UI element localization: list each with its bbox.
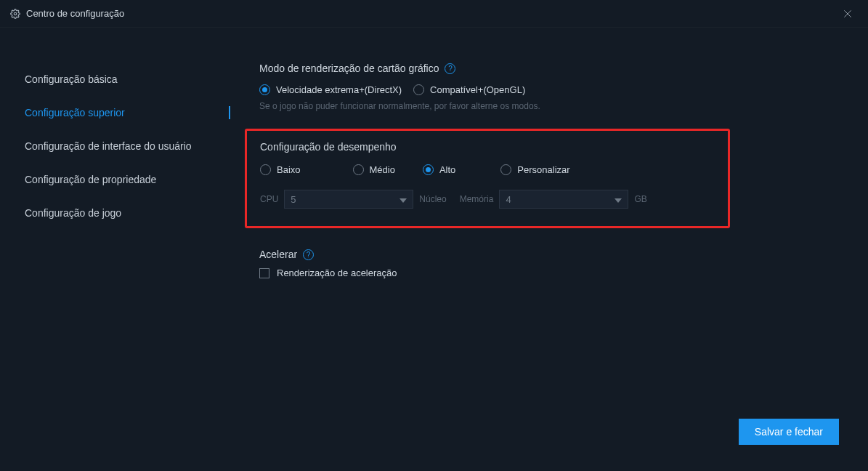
chevron-down-icon — [399, 194, 407, 205]
close-icon — [843, 9, 853, 19]
radio-icon — [500, 164, 511, 175]
radio-label: Médio — [370, 164, 395, 175]
sidebar-item-label: Configuração de propriedade — [25, 174, 156, 185]
checkbox-icon — [259, 268, 269, 278]
help-icon[interactable]: ? — [445, 63, 455, 74]
radio-high[interactable]: Alto — [423, 164, 455, 175]
performance-title: Configuração de desempenho — [260, 141, 715, 153]
radio-custom[interactable]: Personalizar — [500, 164, 569, 175]
radio-label: Alto — [439, 164, 455, 175]
sidebar-item-label: Configuração de jogo — [25, 207, 121, 219]
sidebar-item-label: Configuração de interface do usuário — [25, 140, 192, 152]
checkbox-label: Renderização de aceleração — [277, 267, 397, 278]
performance-box: Configuração de desempenho Baixo Médio A… — [245, 129, 730, 228]
window-title: Centro de configuração — [26, 8, 124, 19]
sidebar-item-property[interactable]: Configuração de propriedade — [0, 163, 236, 196]
cpu-value: 5 — [291, 194, 296, 205]
content: Modo de renderização de cartão gráfico ?… — [236, 28, 868, 471]
body-area: Configuração básica Configuração superio… — [0, 28, 868, 471]
render-mode-hint: Se o jogo não puder funcionar normalment… — [259, 101, 846, 111]
sidebar-item-label: Configuração superior — [25, 107, 125, 118]
cpu-unit: Núcleo — [419, 194, 446, 204]
help-icon[interactable]: ? — [303, 249, 314, 260]
gear-icon — [10, 9, 20, 19]
titlebar-left: Centro de configuração — [10, 8, 124, 19]
radio-label: Personalizar — [517, 164, 569, 175]
svg-point-0 — [14, 12, 17, 15]
cpu-dropdown[interactable]: 5 — [284, 190, 413, 209]
memory-label: Memória — [460, 194, 494, 204]
radio-icon — [353, 164, 364, 175]
radio-icon — [423, 164, 434, 175]
accelerate-checkbox[interactable]: Renderização de aceleração — [259, 267, 846, 278]
radio-icon — [413, 84, 424, 95]
render-mode-options: Velocidade extrema+(DirectX) Compatível+… — [259, 84, 846, 95]
radio-icon — [260, 164, 271, 175]
sidebar-item-game[interactable]: Configuração de jogo — [0, 196, 236, 230]
memory-dropdown[interactable]: 4 — [499, 190, 628, 209]
radio-label: Baixo — [277, 164, 301, 175]
radio-medium[interactable]: Médio — [353, 164, 395, 175]
accelerate-title: Acelerar — [259, 249, 297, 260]
sidebar-item-label: Configuração básica — [25, 73, 118, 85]
save-close-button[interactable]: Salvar e fechar — [739, 419, 839, 445]
radio-label: Compatível+(OpenGL) — [430, 84, 525, 95]
sidebar: Configuração básica Configuração superio… — [0, 28, 236, 471]
performance-options: Baixo Médio Alto Personalizar — [260, 164, 715, 175]
radio-directx[interactable]: Velocidade extrema+(DirectX) — [259, 84, 402, 95]
memory-unit: GB — [634, 194, 646, 204]
cpu-label: CPU — [260, 194, 278, 204]
render-mode-title: Modo de renderização de cartão gráfico — [259, 63, 439, 74]
radio-opengl[interactable]: Compatível+(OpenGL) — [413, 84, 525, 95]
radio-icon — [259, 84, 270, 95]
chevron-down-icon — [615, 194, 622, 205]
sidebar-item-interface[interactable]: Configuração de interface do usuário — [0, 129, 236, 163]
radio-low[interactable]: Baixo — [260, 164, 301, 175]
resources-row: CPU 5 Núcleo Memória 4 GB — [260, 190, 715, 209]
sidebar-item-basic[interactable]: Configuração básica — [0, 63, 236, 96]
radio-label: Velocidade extrema+(DirectX) — [276, 84, 402, 95]
render-mode-title-row: Modo de renderização de cartão gráfico ? — [259, 63, 846, 74]
accelerate-title-row: Acelerar ? — [259, 249, 846, 260]
memory-value: 4 — [506, 194, 511, 205]
close-button[interactable] — [837, 4, 858, 24]
sidebar-item-superior[interactable]: Configuração superior — [0, 96, 236, 129]
titlebar: Centro de configuração — [0, 0, 868, 28]
